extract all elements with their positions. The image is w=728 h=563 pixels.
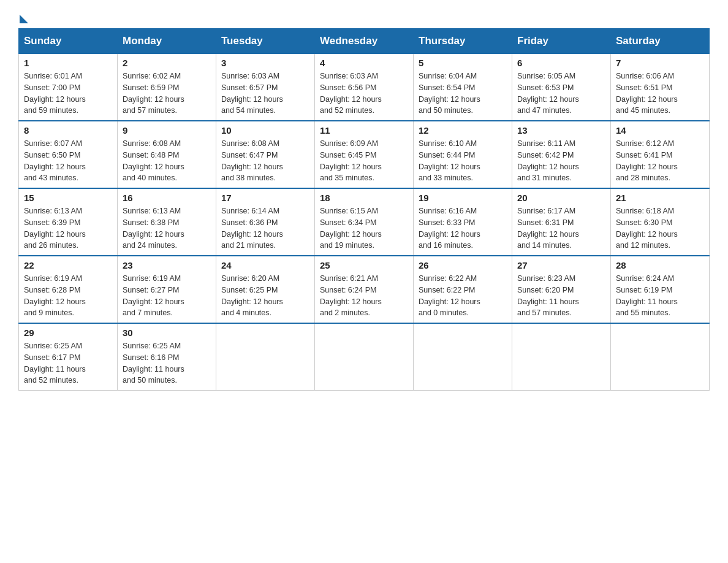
calendar-body: 1Sunrise: 6:01 AMSunset: 7:00 PMDaylight… — [19, 54, 710, 391]
calendar-cell: 10Sunrise: 6:08 AMSunset: 6:47 PMDayligh… — [216, 121, 315, 188]
day-info: Sunrise: 6:02 AMSunset: 6:59 PMDaylight:… — [123, 71, 211, 117]
day-info: Sunrise: 6:01 AMSunset: 7:00 PMDaylight:… — [24, 71, 112, 117]
calendar-cell: 21Sunrise: 6:18 AMSunset: 6:30 PMDayligh… — [611, 188, 710, 256]
day-info: Sunrise: 6:17 AMSunset: 6:31 PMDaylight:… — [517, 205, 605, 251]
day-info: Sunrise: 6:11 AMSunset: 6:42 PMDaylight:… — [517, 138, 605, 184]
calendar-week-2: 8Sunrise: 6:07 AMSunset: 6:50 PMDaylight… — [19, 121, 710, 188]
day-info: Sunrise: 6:15 AMSunset: 6:34 PMDaylight:… — [320, 205, 408, 251]
calendar-cell: 19Sunrise: 6:16 AMSunset: 6:33 PMDayligh… — [414, 188, 512, 256]
header-day-friday: Friday — [512, 29, 611, 54]
day-number: 15 — [24, 193, 112, 203]
day-number: 2 — [123, 58, 211, 68]
calendar-cell: 3Sunrise: 6:03 AMSunset: 6:57 PMDaylight… — [216, 54, 315, 121]
calendar-cell: 20Sunrise: 6:17 AMSunset: 6:31 PMDayligh… — [512, 188, 611, 256]
day-number: 29 — [24, 327, 112, 338]
day-info: Sunrise: 6:03 AMSunset: 6:56 PMDaylight:… — [320, 71, 408, 117]
calendar-cell — [512, 323, 611, 391]
day-number: 8 — [24, 125, 112, 136]
day-info: Sunrise: 6:21 AMSunset: 6:24 PMDaylight:… — [320, 273, 408, 319]
day-info: Sunrise: 6:24 AMSunset: 6:19 PMDaylight:… — [616, 273, 704, 319]
day-number: 24 — [221, 260, 309, 270]
day-number: 3 — [221, 58, 309, 68]
day-number: 27 — [517, 260, 605, 270]
header-day-tuesday: Tuesday — [216, 29, 315, 54]
day-info: Sunrise: 6:10 AMSunset: 6:44 PMDaylight:… — [419, 138, 507, 184]
calendar-cell: 16Sunrise: 6:13 AMSunset: 6:38 PMDayligh… — [118, 188, 216, 256]
day-info: Sunrise: 6:25 AMSunset: 6:17 PMDaylight:… — [24, 340, 112, 386]
calendar-cell: 9Sunrise: 6:08 AMSunset: 6:48 PMDaylight… — [118, 121, 216, 188]
header-day-thursday: Thursday — [414, 29, 512, 54]
day-number: 19 — [419, 193, 507, 203]
calendar-cell: 11Sunrise: 6:09 AMSunset: 6:45 PMDayligh… — [315, 121, 414, 188]
day-info: Sunrise: 6:16 AMSunset: 6:33 PMDaylight:… — [419, 205, 507, 251]
calendar-cell: 5Sunrise: 6:04 AMSunset: 6:54 PMDaylight… — [414, 54, 512, 121]
day-number: 11 — [320, 125, 408, 136]
day-number: 12 — [419, 125, 507, 136]
day-number: 20 — [517, 193, 605, 203]
day-number: 7 — [616, 58, 704, 68]
calendar-cell: 28Sunrise: 6:24 AMSunset: 6:19 PMDayligh… — [611, 256, 710, 323]
day-info: Sunrise: 6:04 AMSunset: 6:54 PMDaylight:… — [419, 71, 507, 117]
calendar-week-4: 22Sunrise: 6:19 AMSunset: 6:28 PMDayligh… — [19, 256, 710, 323]
header-day-wednesday: Wednesday — [315, 29, 414, 54]
calendar-cell: 15Sunrise: 6:13 AMSunset: 6:39 PMDayligh… — [19, 188, 118, 256]
calendar-cell: 13Sunrise: 6:11 AMSunset: 6:42 PMDayligh… — [512, 121, 611, 188]
calendar-cell: 26Sunrise: 6:22 AMSunset: 6:22 PMDayligh… — [414, 256, 512, 323]
day-number: 26 — [419, 260, 507, 270]
day-info: Sunrise: 6:18 AMSunset: 6:30 PMDaylight:… — [616, 205, 704, 251]
calendar-cell: 4Sunrise: 6:03 AMSunset: 6:56 PMDaylight… — [315, 54, 414, 121]
logo-arrow-icon — [20, 15, 28, 23]
logo — [18, 12, 28, 22]
day-number: 17 — [221, 193, 309, 203]
header-day-saturday: Saturday — [611, 29, 710, 54]
day-number: 16 — [123, 193, 211, 203]
day-info: Sunrise: 6:12 AMSunset: 6:41 PMDaylight:… — [616, 138, 704, 184]
calendar-cell: 18Sunrise: 6:15 AMSunset: 6:34 PMDayligh… — [315, 188, 414, 256]
day-info: Sunrise: 6:05 AMSunset: 6:53 PMDaylight:… — [517, 71, 605, 117]
day-number: 21 — [616, 193, 704, 203]
day-info: Sunrise: 6:19 AMSunset: 6:28 PMDaylight:… — [24, 273, 112, 319]
calendar-cell: 22Sunrise: 6:19 AMSunset: 6:28 PMDayligh… — [19, 256, 118, 323]
day-number: 1 — [24, 58, 112, 68]
calendar-cell — [216, 323, 315, 391]
day-info: Sunrise: 6:14 AMSunset: 6:36 PMDaylight:… — [221, 205, 309, 251]
calendar-cell: 2Sunrise: 6:02 AMSunset: 6:59 PMDaylight… — [118, 54, 216, 121]
day-info: Sunrise: 6:23 AMSunset: 6:20 PMDaylight:… — [517, 273, 605, 319]
day-number: 25 — [320, 260, 408, 270]
day-number: 14 — [616, 125, 704, 136]
header — [18, 12, 710, 22]
calendar-cell: 23Sunrise: 6:19 AMSunset: 6:27 PMDayligh… — [118, 256, 216, 323]
day-number: 23 — [123, 260, 211, 270]
day-info: Sunrise: 6:08 AMSunset: 6:47 PMDaylight:… — [221, 138, 309, 184]
header-day-sunday: Sunday — [19, 29, 118, 54]
day-info: Sunrise: 6:19 AMSunset: 6:27 PMDaylight:… — [123, 273, 211, 319]
calendar-cell — [414, 323, 512, 391]
calendar-week-5: 29Sunrise: 6:25 AMSunset: 6:17 PMDayligh… — [19, 323, 710, 391]
calendar-cell — [611, 323, 710, 391]
day-info: Sunrise: 6:20 AMSunset: 6:25 PMDaylight:… — [221, 273, 309, 319]
day-info: Sunrise: 6:08 AMSunset: 6:48 PMDaylight:… — [123, 138, 211, 184]
day-info: Sunrise: 6:13 AMSunset: 6:38 PMDaylight:… — [123, 205, 211, 251]
calendar-cell: 29Sunrise: 6:25 AMSunset: 6:17 PMDayligh… — [19, 323, 118, 391]
calendar-week-3: 15Sunrise: 6:13 AMSunset: 6:39 PMDayligh… — [19, 188, 710, 256]
calendar-cell: 24Sunrise: 6:20 AMSunset: 6:25 PMDayligh… — [216, 256, 315, 323]
day-info: Sunrise: 6:06 AMSunset: 6:51 PMDaylight:… — [616, 71, 704, 117]
day-info: Sunrise: 6:09 AMSunset: 6:45 PMDaylight:… — [320, 138, 408, 184]
header-day-monday: Monday — [118, 29, 216, 54]
day-number: 10 — [221, 125, 309, 136]
day-info: Sunrise: 6:03 AMSunset: 6:57 PMDaylight:… — [221, 71, 309, 117]
day-info: Sunrise: 6:07 AMSunset: 6:50 PMDaylight:… — [24, 138, 112, 184]
calendar-cell: 14Sunrise: 6:12 AMSunset: 6:41 PMDayligh… — [611, 121, 710, 188]
day-number: 4 — [320, 58, 408, 68]
day-number: 9 — [123, 125, 211, 136]
day-number: 22 — [24, 260, 112, 270]
day-info: Sunrise: 6:13 AMSunset: 6:39 PMDaylight:… — [24, 205, 112, 251]
calendar-cell — [315, 323, 414, 391]
day-number: 18 — [320, 193, 408, 203]
calendar-cell: 7Sunrise: 6:06 AMSunset: 6:51 PMDaylight… — [611, 54, 710, 121]
calendar-cell: 1Sunrise: 6:01 AMSunset: 7:00 PMDaylight… — [19, 54, 118, 121]
calendar-week-1: 1Sunrise: 6:01 AMSunset: 7:00 PMDaylight… — [19, 54, 710, 121]
calendar-cell: 6Sunrise: 6:05 AMSunset: 6:53 PMDaylight… — [512, 54, 611, 121]
day-number: 28 — [616, 260, 704, 270]
calendar-cell: 17Sunrise: 6:14 AMSunset: 6:36 PMDayligh… — [216, 188, 315, 256]
